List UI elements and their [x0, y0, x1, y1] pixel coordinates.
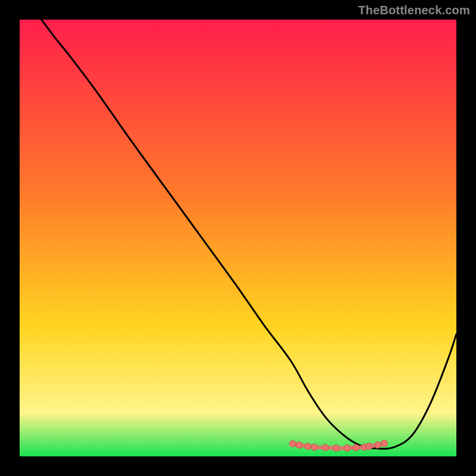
basin-marker — [381, 440, 387, 447]
plot-background — [20, 20, 456, 456]
basin-marker — [374, 441, 381, 448]
gradient-curve-chart — [0, 0, 476, 476]
basin-marker — [344, 445, 350, 452]
basin-marker — [311, 444, 318, 450]
basin-marker — [296, 441, 302, 448]
basin-marker — [353, 444, 359, 451]
basin-marker — [305, 443, 311, 450]
basin-marker — [289, 440, 296, 447]
basin-marker — [366, 443, 372, 450]
basin-marker — [322, 444, 328, 451]
chart-frame: TheBottleneck.com — [0, 0, 476, 476]
basin-marker — [333, 445, 340, 452]
